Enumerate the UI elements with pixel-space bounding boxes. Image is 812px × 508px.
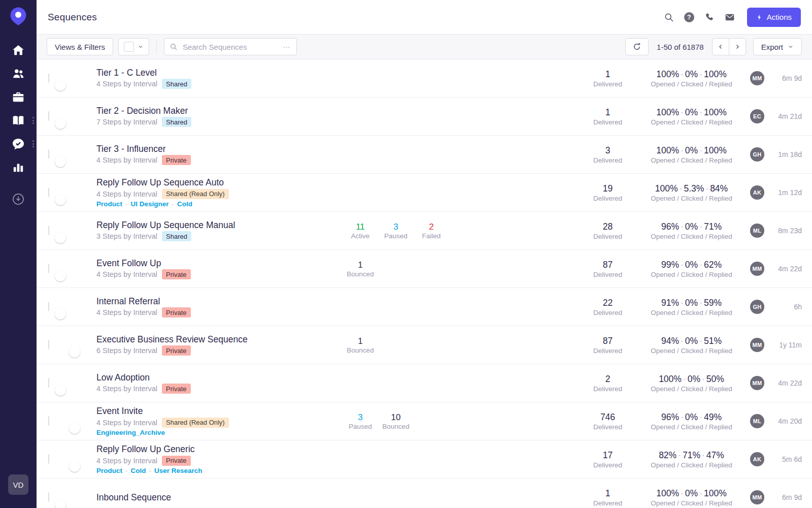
toggle-knob [55, 308, 66, 320]
outreach-logo-icon [8, 6, 28, 28]
stat-value: 2 [415, 221, 448, 232]
prev-page-button[interactable] [712, 38, 729, 55]
delivered-column: 1 Delivered [579, 69, 637, 88]
ocr-values: 91%·0%·59% [637, 297, 746, 309]
row-checkbox[interactable] [48, 492, 49, 502]
export-button[interactable]: Export [753, 38, 802, 55]
row-checkbox[interactable] [48, 264, 49, 273]
search-options-ellipsis-icon[interactable]: … [283, 45, 291, 48]
tag-link[interactable]: Engineering_Archive [96, 429, 165, 436]
next-page-button[interactable] [729, 38, 746, 55]
actions-button[interactable]: Actions [747, 8, 801, 27]
tag-link[interactable]: Product [96, 200, 122, 208]
sequence-name[interactable]: Event Follow Up [96, 258, 340, 268]
global-search-button[interactable] [661, 9, 677, 25]
tag-link[interactable]: Product [96, 467, 122, 474]
sequence-subline: 7 Steps by Interval Shared [96, 117, 340, 127]
table-row: Inbound Sequence 1 Delivered 100%·0%·100… [37, 479, 812, 508]
sequence-name[interactable]: Reply Follow Up Sequence Manual [96, 220, 340, 230]
sequence-name[interactable]: Reply Follow Up Generic [96, 444, 340, 454]
tag-link[interactable]: User Research [154, 467, 202, 474]
sidebar-item-prospects[interactable] [0, 62, 37, 85]
clicked-value: 0% [685, 107, 698, 117]
owner-avatar: AK [750, 452, 764, 466]
row-checkbox[interactable] [48, 226, 49, 235]
sequence-name[interactable]: Inbound Sequence [96, 492, 340, 502]
sidebar-item-content[interactable] [0, 109, 37, 132]
row-checkbox[interactable] [48, 111, 49, 121]
refresh-button[interactable] [625, 38, 649, 55]
sequence-name[interactable]: Internal Referral [96, 296, 340, 306]
select-all-button[interactable] [118, 38, 149, 55]
ocr-values: 96%·0%·71% [637, 221, 746, 233]
row-checkbox[interactable] [48, 187, 49, 197]
stat-label: Bounced [344, 346, 377, 354]
chat-check-icon [12, 137, 25, 150]
opened-clicked-replied-column: 94%·0%·51% Opened / Clicked / Replied [637, 335, 746, 355]
sequence-steps: 4 Steps by Interval [96, 190, 157, 198]
sequence-name[interactable]: Tier 1 - C Level [96, 68, 340, 78]
sidebar-item-downloads[interactable] [0, 187, 37, 211]
sidebar: VD [0, 0, 37, 508]
phone-button[interactable] [701, 9, 718, 25]
mail-button[interactable] [722, 9, 738, 25]
stat-value: 1 [344, 260, 377, 270]
sidebar-item-outcomes[interactable] [0, 132, 37, 155]
owner-avatar: MM [750, 490, 764, 504]
sequence-name[interactable]: Reply Follow Up Sequence Auto [96, 177, 340, 187]
row-checkbox[interactable] [48, 340, 49, 350]
delivered-label: Delivered [579, 271, 637, 278]
mid-stats: 1Bounced [340, 260, 579, 278]
user-avatar[interactable]: VD [8, 474, 28, 495]
sequence-name[interactable]: Event Invite [96, 406, 340, 416]
tag-link[interactable]: Cold [131, 467, 146, 474]
sequence-name-block: Event Invite 4 Steps by Interval Shared … [96, 406, 340, 436]
row-checkbox[interactable] [48, 73, 49, 83]
sequence-badge: Shared [162, 117, 191, 127]
sidebar-item-reports[interactable] [0, 155, 37, 179]
row-checkbox[interactable] [48, 149, 49, 159]
toolbar-divider [156, 40, 157, 53]
toggle-knob [69, 346, 80, 358]
clicked-value: 0% [688, 374, 700, 384]
sequence-name[interactable]: Tier 3 - Influencer [96, 144, 340, 154]
replied-value: 100% [704, 69, 727, 79]
stat-value: 3 [380, 221, 412, 232]
select-all-checkbox[interactable] [124, 42, 134, 52]
tag-link[interactable]: UI Designer [131, 200, 169, 208]
row-checkbox[interactable] [48, 378, 49, 388]
sidebar-item-accounts[interactable] [0, 85, 37, 109]
tag-link[interactable]: Cold [177, 200, 192, 208]
content-menu-kebab-icon[interactable] [32, 117, 34, 124]
outcomes-menu-kebab-icon[interactable] [32, 140, 34, 147]
delivered-label: Delivered [579, 233, 637, 240]
value-separator: · [679, 336, 685, 346]
value-separator: · [679, 488, 685, 498]
stat-label: Failed [415, 232, 448, 240]
mid-stats: 11Active3Paused2Failed [340, 221, 579, 240]
row-age: 6m 9d [768, 493, 802, 501]
row-checkbox[interactable] [48, 454, 49, 464]
value-separator: · [698, 107, 704, 117]
sequence-name[interactable]: Executive Business Review Sequence [96, 334, 340, 344]
delivered-label: Delivered [579, 347, 637, 355]
sidebar-item-home[interactable] [0, 39, 37, 62]
value-separator: · [678, 183, 684, 194]
delivered-column: 87 Delivered [579, 335, 637, 355]
value-separator: · [698, 221, 704, 232]
sequence-name-block: Reply Follow Up Generic 4 Steps by Inter… [96, 444, 340, 474]
row-checkbox[interactable] [48, 302, 49, 311]
opened-clicked-replied-column: 91%·0%·59% Opened / Clicked / Replied [637, 297, 746, 316]
toggle-knob [55, 194, 66, 205]
search-input[interactable] [182, 42, 279, 52]
value-separator: · [682, 374, 688, 384]
row-checkbox[interactable] [48, 416, 49, 426]
ocr-label: Opened / Clicked / Replied [637, 271, 746, 278]
sequence-name-block: Tier 3 - Influencer 4 Steps by Interval … [96, 144, 340, 165]
value-separator: · [679, 221, 685, 232]
download-icon [12, 193, 25, 206]
sequence-name[interactable]: Tier 2 - Decision Maker [96, 106, 340, 116]
help-button[interactable]: ? [681, 9, 697, 25]
views-filters-button[interactable]: Views & Filters [47, 38, 113, 55]
sequence-name[interactable]: Low Adoption [96, 372, 340, 383]
